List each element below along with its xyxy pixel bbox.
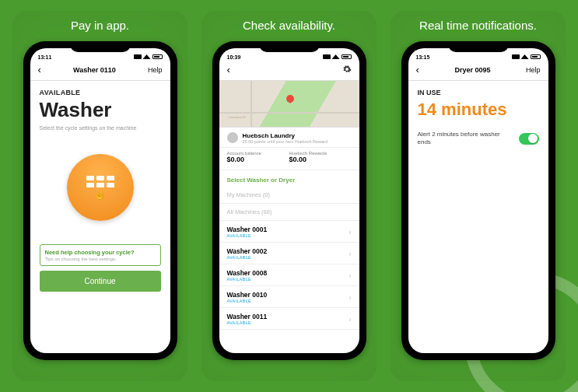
clock: 13:11 — [38, 54, 52, 60]
wifi-icon — [332, 54, 340, 59]
notch — [448, 41, 509, 52]
machine-status: AVAILABLE — [227, 299, 268, 303]
machine-name: Washer 0002 — [227, 247, 268, 255]
location-subtitle: 25.00 points until your next Huebsch Rew… — [243, 139, 328, 144]
machine-name: Washer 0008 — [227, 269, 268, 277]
location-name: Huebsch Laundry — [243, 132, 328, 139]
help-button[interactable]: Help — [148, 66, 163, 74]
location-row[interactable]: Huebsch Laundry 25.00 points until your … — [219, 128, 359, 148]
machine-name: Washer 0001 — [227, 226, 268, 233]
chevron-right-icon: › — [349, 315, 351, 324]
machine-row[interactable]: Washer 0011AVAILABLE› — [219, 308, 359, 330]
alert-toggle[interactable] — [519, 133, 539, 145]
gear-icon — [342, 65, 352, 74]
my-machines-row[interactable]: My Machines (0) — [219, 187, 359, 204]
alert-text: Alert 2 minutes before washer ends — [418, 131, 503, 146]
all-machines-row[interactable]: All Machines (88) — [219, 204, 359, 221]
notch — [70, 41, 131, 52]
panel-caption: Check availability. — [243, 19, 335, 32]
panel-notifications: Real time notifications. 13:15 ‹ Dryer 0… — [391, 11, 566, 381]
panel-caption: Pay in app. — [71, 19, 129, 32]
panel-availability: Check availability. 10:39 ‹ — [201, 11, 377, 381]
panel-pay: Pay in app. 13:11 ‹ Washer 0110 Help AVA… — [12, 11, 187, 381]
chevron-right-icon: › — [349, 271, 351, 280]
nav-title: Dryer 0095 — [454, 66, 490, 74]
notch — [259, 41, 320, 52]
phone-frame: 13:11 ‹ Washer 0110 Help AVAILABLE Washe… — [23, 41, 177, 360]
machine-row[interactable]: Washer 0010AVAILABLE› — [219, 286, 359, 308]
nav-bar: ‹ Washer 0110 Help — [30, 62, 170, 81]
wifi-icon — [143, 54, 151, 59]
help-title: Need help choosing your cycle? — [45, 249, 156, 256]
time-remaining: 14 minutes — [418, 100, 539, 120]
back-button[interactable]: ‹ — [227, 64, 230, 75]
machine-status: IN USE — [418, 89, 539, 96]
machine-name: Washer 0011 — [227, 313, 268, 320]
signal-icon — [134, 54, 142, 59]
content: IN USE 14 minutes Alert 2 minutes before… — [408, 81, 548, 353]
machine-row[interactable]: Washer 0008AVAILABLE› — [219, 264, 359, 286]
clock: 10:39 — [227, 54, 241, 60]
help-button[interactable]: Help — [526, 66, 541, 74]
wifi-icon — [521, 54, 529, 59]
screen-machine-list: 10:39 ‹ Louisiana St — [219, 48, 359, 353]
machine-status: AVAILABLE — [40, 89, 161, 96]
screen-dryer-status: 13:15 ‹ Dryer 0095 Help IN USE 14 minute… — [408, 48, 548, 353]
balance-value: $0.00 — [227, 156, 289, 163]
machine-row[interactable]: Washer 0001AVAILABLE› — [219, 221, 359, 243]
screen-washer-detail: 13:11 ‹ Washer 0110 Help AVAILABLE Washe… — [30, 48, 170, 353]
nav-title: Washer 0110 — [73, 66, 116, 74]
chevron-right-icon: › — [349, 250, 351, 258]
balance-row: Account balance $0.00 Huebsch Rewards $0… — [219, 148, 359, 170]
location-icon — [227, 132, 238, 143]
map[interactable]: Louisiana St — [219, 81, 359, 128]
settings-button[interactable] — [342, 65, 352, 75]
section-header: Select Washer or Dryer — [219, 170, 359, 187]
continue-button[interactable]: Continue — [40, 271, 161, 292]
machine-row[interactable]: Washer 0002AVAILABLE› — [219, 243, 359, 264]
nav-bar: ‹ — [219, 62, 359, 81]
panel-caption: Real time notifications. — [419, 19, 537, 32]
phone-frame: 13:15 ‹ Dryer 0095 Help IN USE 14 minute… — [401, 41, 555, 360]
machine-subtitle: Select the cycle settings on the machine — [40, 125, 161, 131]
machine-name: Washer 0010 — [227, 291, 268, 299]
machine-status: AVAILABLE — [227, 233, 268, 238]
content: AVAILABLE Washer Select the cycle settin… — [30, 81, 170, 353]
back-button[interactable]: ‹ — [416, 64, 419, 75]
machine-status: AVAILABLE — [227, 255, 268, 260]
battery-icon — [531, 54, 541, 59]
phone-frame: 10:39 ‹ Louisiana St — [212, 41, 366, 360]
alert-row: Alert 2 minutes before washer ends — [418, 131, 539, 146]
help-subtitle: Tips on choosing the best settings. — [45, 257, 156, 261]
hand-icon: ☝ — [94, 189, 106, 200]
machine-status: AVAILABLE — [227, 320, 268, 325]
back-button[interactable]: ‹ — [38, 64, 41, 75]
battery-icon — [152, 54, 163, 59]
machine-title: Washer — [40, 98, 161, 122]
machine-status: AVAILABLE — [227, 277, 268, 282]
chevron-right-icon: › — [349, 293, 351, 302]
clock: 13:15 — [416, 54, 430, 60]
rewards-value: $0.00 — [289, 156, 352, 163]
signal-icon — [512, 54, 520, 59]
battery-icon — [342, 54, 352, 59]
help-box[interactable]: Need help choosing your cycle? Tips on c… — [40, 244, 161, 266]
keypad-icon — [86, 176, 114, 187]
nav-bar: ‹ Dryer 0095 Help — [408, 62, 548, 81]
signal-icon — [323, 54, 331, 59]
cycle-select-button[interactable]: ☝ — [67, 154, 134, 221]
chevron-right-icon: › — [349, 228, 351, 236]
machine-list: Washer 0001AVAILABLE›Washer 0002AVAILABL… — [219, 221, 359, 330]
map-pin-icon — [286, 95, 294, 103]
